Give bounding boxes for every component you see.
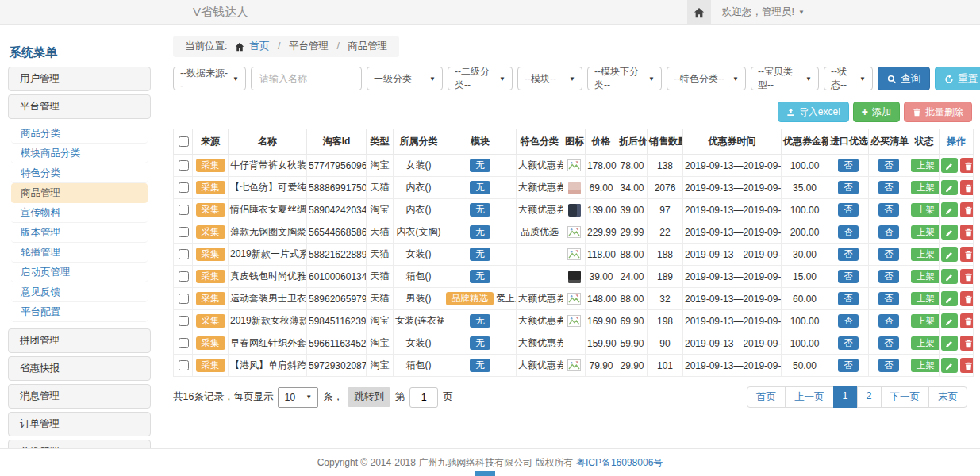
import-optimal-toggle[interactable]: 否 — [838, 314, 859, 328]
sidebar-item-5[interactable]: 版本管理 — [11, 223, 148, 243]
must-buy-toggle[interactable]: 否 — [878, 159, 899, 172]
home-button[interactable] — [687, 0, 711, 24]
edit-button[interactable] — [941, 313, 958, 328]
must-buy-toggle[interactable]: 否 — [878, 203, 899, 217]
delete-button[interactable] — [960, 291, 974, 306]
sidebar-group-0[interactable]: 用户管理 — [8, 67, 151, 91]
delete-button[interactable] — [960, 225, 974, 240]
must-buy-toggle[interactable]: 否 — [878, 181, 899, 194]
import-optimal-toggle[interactable]: 否 — [838, 203, 859, 217]
jump-button[interactable]: 跳转到 — [348, 387, 390, 407]
import-optimal-toggle[interactable]: 否 — [838, 359, 859, 372]
page-button-2[interactable]: 1 — [833, 386, 858, 408]
name-input[interactable] — [251, 67, 362, 90]
delete-button[interactable] — [960, 269, 974, 284]
delete-button[interactable] — [960, 158, 974, 173]
row-checkbox[interactable] — [179, 271, 189, 282]
sidebar-item-7[interactable]: 启动页管理 — [11, 263, 148, 282]
search-button[interactable]: 查询 — [878, 67, 930, 90]
reset-button[interactable]: 重置 — [935, 67, 980, 90]
sidebar-item-0[interactable]: 商品分类 — [11, 124, 148, 144]
horizontal-scrollbar-thumb[interactable] — [475, 471, 495, 476]
batch-delete-button[interactable]: 批量删除 — [904, 102, 972, 122]
brand-title[interactable]: V省钱达人 — [193, 0, 248, 24]
module-subcategory-select[interactable]: --模块下分类--▼ — [587, 67, 662, 90]
breadcrumb-home-link[interactable]: 首页 — [249, 40, 269, 52]
edit-button[interactable] — [941, 158, 958, 173]
sidebar-item-8[interactable]: 意见反馈 — [11, 282, 148, 302]
delete-button[interactable] — [960, 336, 974, 351]
edit-button[interactable] — [941, 291, 958, 306]
page-button-1[interactable]: 上一页 — [785, 386, 834, 408]
data-source-select[interactable]: --数据来源--▼ — [173, 67, 246, 90]
sidebar-item-3[interactable]: 商品管理 — [11, 183, 148, 203]
status-toggle[interactable]: 上架 — [911, 159, 940, 172]
item-type-select[interactable]: --宝贝类型--▼ — [751, 67, 819, 90]
sidebar-item-9[interactable]: 平台配置 — [11, 302, 148, 322]
per-page-select[interactable]: 10 ▼ — [278, 387, 318, 408]
edit-button[interactable] — [941, 358, 958, 373]
status-toggle[interactable]: 上架 — [911, 270, 940, 283]
must-buy-toggle[interactable]: 否 — [878, 270, 899, 283]
import-optimal-toggle[interactable]: 否 — [838, 270, 859, 283]
select-all-checkbox[interactable] — [179, 136, 189, 147]
status-toggle[interactable]: 上架 — [911, 359, 940, 372]
must-buy-toggle[interactable]: 否 — [878, 359, 899, 372]
feature-category-select[interactable]: --特色分类--▼ — [667, 67, 746, 90]
sidebar-group-1[interactable]: 平台管理 — [8, 94, 151, 119]
level1-category-select[interactable]: 一级分类▼ — [367, 67, 443, 90]
import-optimal-toggle[interactable]: 否 — [838, 159, 859, 172]
status-toggle[interactable]: 上架 — [911, 336, 940, 350]
status-toggle[interactable]: 上架 — [911, 203, 940, 217]
delete-button[interactable] — [960, 202, 974, 217]
sidebar-group-3[interactable]: 省惠快报 — [8, 356, 151, 381]
row-checkbox[interactable] — [179, 227, 189, 237]
delete-button[interactable] — [960, 180, 974, 195]
row-checkbox[interactable] — [179, 316, 189, 326]
user-menu[interactable]: 欢迎您，管理员! ▼ — [722, 6, 805, 19]
edit-button[interactable] — [941, 225, 958, 240]
row-checkbox[interactable] — [179, 294, 189, 304]
add-button[interactable]: + 添加 — [853, 102, 900, 122]
row-checkbox[interactable] — [179, 182, 189, 193]
edit-button[interactable] — [941, 180, 958, 195]
status-toggle[interactable]: 上架 — [911, 248, 940, 261]
import-optimal-toggle[interactable]: 否 — [838, 225, 859, 239]
delete-button[interactable] — [960, 358, 974, 373]
import-excel-button[interactable]: 导入excel — [778, 102, 849, 122]
import-optimal-toggle[interactable]: 否 — [838, 181, 859, 194]
row-checkbox[interactable] — [179, 249, 189, 259]
sidebar-item-1[interactable]: 模块商品分类 — [11, 144, 148, 163]
must-buy-toggle[interactable]: 否 — [878, 336, 899, 350]
jump-page-input[interactable] — [409, 387, 438, 408]
sidebar-item-2[interactable]: 特色分类 — [11, 163, 148, 183]
import-optimal-toggle[interactable]: 否 — [838, 292, 859, 305]
sidebar-group-5[interactable]: 订单管理 — [8, 412, 151, 436]
row-checkbox[interactable] — [179, 360, 189, 370]
sidebar-item-4[interactable]: 宣传物料 — [11, 203, 148, 223]
status-toggle[interactable]: 上架 — [911, 314, 940, 328]
row-checkbox[interactable] — [179, 160, 189, 171]
module-select[interactable]: --模块--▼ — [517, 67, 582, 90]
row-checkbox[interactable] — [179, 205, 189, 215]
icp-link[interactable]: 粤ICP备16098006号 — [576, 457, 663, 468]
import-optimal-toggle[interactable]: 否 — [838, 336, 859, 350]
page-button-3[interactable]: 2 — [857, 386, 882, 408]
edit-button[interactable] — [941, 247, 958, 262]
page-button-0[interactable]: 首页 — [747, 386, 786, 408]
level2-category-select[interactable]: --二级分类--▼ — [448, 67, 513, 90]
status-select[interactable]: --状态--▼ — [824, 67, 873, 90]
delete-button[interactable] — [960, 313, 974, 328]
must-buy-toggle[interactable]: 否 — [878, 225, 899, 239]
must-buy-toggle[interactable]: 否 — [878, 314, 899, 328]
status-toggle[interactable]: 上架 — [911, 292, 940, 305]
edit-button[interactable] — [941, 269, 958, 284]
edit-button[interactable] — [941, 202, 958, 217]
page-button-4[interactable]: 下一页 — [881, 386, 930, 408]
edit-button[interactable] — [941, 336, 958, 351]
sidebar-item-6[interactable]: 轮播管理 — [11, 243, 148, 263]
must-buy-toggle[interactable]: 否 — [878, 292, 899, 305]
sidebar-group-2[interactable]: 拼团管理 — [8, 328, 151, 353]
row-checkbox[interactable] — [179, 338, 189, 348]
must-buy-toggle[interactable]: 否 — [878, 248, 899, 261]
